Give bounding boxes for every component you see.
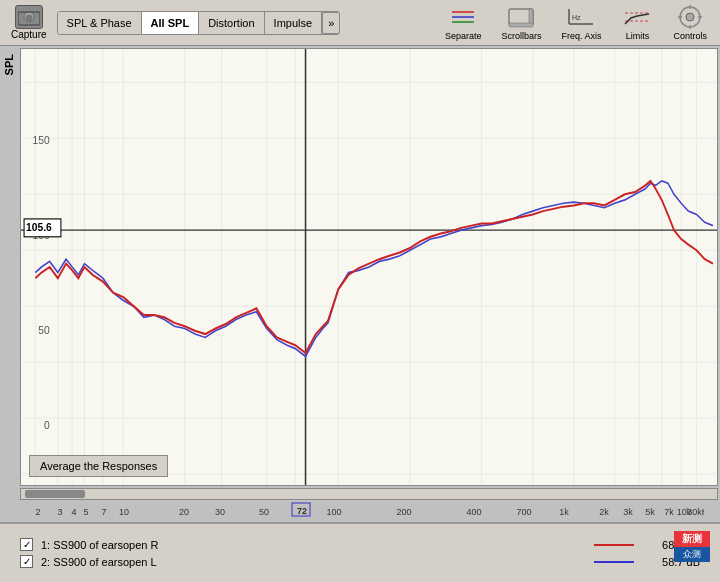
svg-point-3 bbox=[25, 15, 32, 22]
separate-label: Separate bbox=[445, 31, 482, 41]
scrollbars-icon bbox=[505, 5, 537, 29]
svg-text:105.6: 105.6 bbox=[26, 221, 52, 234]
svg-rect-9 bbox=[509, 23, 533, 27]
legend-color-1 bbox=[594, 544, 634, 546]
svg-text:1k: 1k bbox=[559, 507, 569, 517]
svg-text:50: 50 bbox=[259, 507, 269, 517]
main-area: SPL bbox=[0, 46, 720, 522]
capture-icon bbox=[15, 5, 43, 29]
chart-svg: 150 100 50 0 105.6 bbox=[21, 49, 717, 485]
toolbar: Capture SPL & Phase All SPL Distortion I… bbox=[0, 0, 720, 46]
legend: 1: SS900 of earsopen R 68.3 dB 2: SS900 … bbox=[0, 522, 720, 582]
svg-text:0: 0 bbox=[44, 419, 50, 432]
svg-text:2k: 2k bbox=[599, 507, 609, 517]
freq-axis-icon: Hz bbox=[565, 5, 597, 29]
frequency-axis: 2 3 4 5 7 10 20 30 50 72 100 200 400 700… bbox=[20, 500, 718, 522]
separate-icon bbox=[447, 5, 479, 29]
svg-text:4: 4 bbox=[71, 507, 76, 517]
limits-button[interactable]: Limits bbox=[613, 3, 661, 43]
y-axis-area: SPL bbox=[0, 46, 18, 522]
controls-icon bbox=[674, 5, 706, 29]
tab-group: SPL & Phase All SPL Distortion Impulse » bbox=[57, 11, 341, 35]
legend-label-2: 2: SS900 of earsopen L bbox=[41, 556, 586, 568]
average-responses-button[interactable]: Average the Responses bbox=[29, 455, 168, 477]
svg-text:5k: 5k bbox=[645, 507, 655, 517]
legend-label-1: 1: SS900 of earsopen R bbox=[41, 539, 586, 551]
tab-impulse[interactable]: Impulse bbox=[265, 12, 323, 34]
legend-checkbox-1[interactable] bbox=[20, 538, 33, 551]
chart-scrollbar[interactable] bbox=[20, 488, 718, 500]
svg-text:700: 700 bbox=[516, 507, 531, 517]
controls-label: Controls bbox=[673, 31, 707, 41]
svg-text:20: 20 bbox=[179, 507, 189, 517]
capture-label: Capture bbox=[11, 29, 47, 40]
scrollbars-button[interactable]: Scrollbars bbox=[493, 3, 549, 43]
svg-text:Hz: Hz bbox=[572, 14, 581, 21]
chart-area[interactable]: 150 100 50 0 105.6 Average the Respo bbox=[20, 48, 718, 486]
watermark-top: 新测 bbox=[674, 531, 710, 547]
freq-axis-label: Freq. Axis bbox=[561, 31, 601, 41]
svg-text:100: 100 bbox=[326, 507, 341, 517]
controls-button[interactable]: Controls bbox=[665, 3, 715, 43]
watermark-bottom: 众测 bbox=[674, 547, 710, 562]
svg-point-16 bbox=[686, 13, 694, 21]
svg-text:7: 7 bbox=[101, 507, 106, 517]
svg-text:3k: 3k bbox=[623, 507, 633, 517]
svg-rect-8 bbox=[529, 9, 533, 25]
limits-label: Limits bbox=[626, 31, 650, 41]
legend-color-2 bbox=[594, 561, 634, 563]
svg-text:400: 400 bbox=[466, 507, 481, 517]
tab-spl-phase[interactable]: SPL & Phase bbox=[58, 12, 142, 34]
legend-row-2: 2: SS900 of earsopen L 58.7 dB bbox=[20, 555, 700, 568]
svg-text:7k: 7k bbox=[664, 507, 674, 517]
tab-distortion[interactable]: Distortion bbox=[199, 12, 264, 34]
freq-axis-button[interactable]: Hz Freq. Axis bbox=[553, 3, 609, 43]
legend-checkbox-2[interactable] bbox=[20, 555, 33, 568]
chart-wrapper: 150 100 50 0 105.6 Average the Respo bbox=[18, 46, 720, 522]
svg-text:30: 30 bbox=[215, 507, 225, 517]
svg-text:50: 50 bbox=[38, 324, 49, 337]
svg-text:5: 5 bbox=[83, 507, 88, 517]
legend-row-1: 1: SS900 of earsopen R 68.3 dB bbox=[20, 538, 700, 551]
svg-text:3: 3 bbox=[57, 507, 62, 517]
svg-text:150: 150 bbox=[33, 134, 50, 147]
watermark: 新测 众测 bbox=[674, 531, 710, 562]
separate-button[interactable]: Separate bbox=[437, 3, 490, 43]
scrollbars-label: Scrollbars bbox=[501, 31, 541, 41]
svg-text:72: 72 bbox=[297, 506, 307, 516]
more-tabs-button[interactable]: » bbox=[322, 12, 339, 34]
svg-text:200: 200 bbox=[396, 507, 411, 517]
svg-text:2: 2 bbox=[35, 507, 40, 517]
svg-text:10: 10 bbox=[119, 507, 129, 517]
limits-icon bbox=[621, 5, 653, 29]
svg-text:30kHz: 30kHz bbox=[687, 507, 704, 517]
tab-all-spl[interactable]: All SPL bbox=[142, 12, 200, 34]
capture-button[interactable]: Capture bbox=[5, 3, 53, 42]
y-axis-label: SPL bbox=[3, 54, 15, 75]
